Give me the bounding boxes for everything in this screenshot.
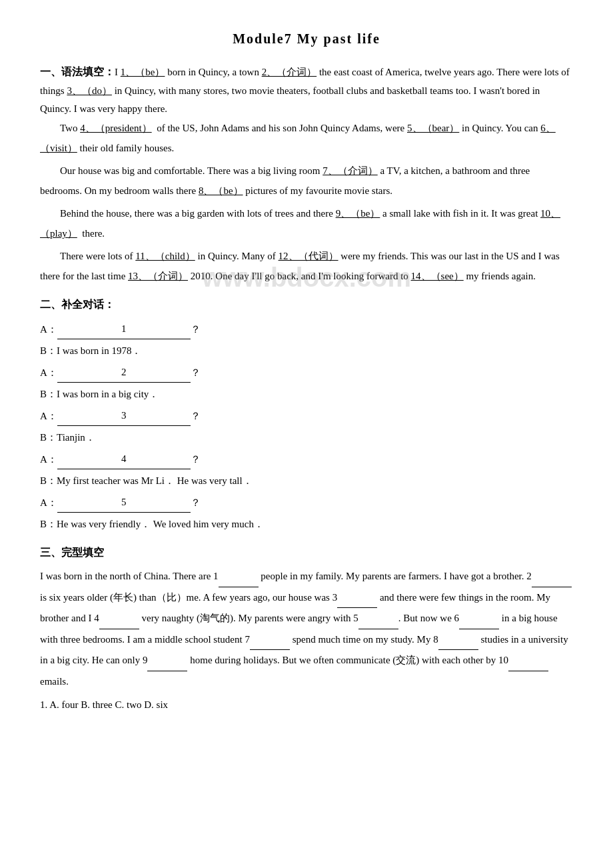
dialog-blank-2: 2 (57, 362, 191, 383)
dialog-a3: A： 3 ？ (40, 405, 573, 426)
blank-8: 8、（be） (199, 185, 243, 196)
dialog-blank-3: 3 (57, 405, 191, 426)
section2-label: 二、补全对话： (40, 295, 573, 315)
section3-paragraph: I was born in the north of China. There … (40, 566, 573, 692)
section1: 一、语法填空：I 1、（be） born in Quincy, a town 2… (40, 63, 573, 286)
blank-2: 2、（介词） (262, 67, 317, 77)
blank-10: 10、（play） (40, 208, 560, 239)
section1-label: 一、语法填空： (40, 66, 115, 77)
section1-intro: I 1、（be） born in Quincy, a town 2、（介词） t… (40, 67, 570, 114)
cloze-blank-4 (99, 629, 139, 629)
dialog-b1: B：I was born in 1978． (40, 341, 573, 361)
paragraph-5: There were lots of 11、（child） in Quincy.… (40, 246, 573, 286)
dialog-b5: B：He was very friendly． We loved him ver… (40, 514, 573, 534)
cloze-blank-10 (508, 671, 548, 671)
cloze-blank-1 (219, 587, 259, 587)
cloze-blank-3 (337, 607, 377, 608)
dialog-blank-1: 1 (57, 319, 191, 339)
paragraph-3: Our house was big and comfortable. There… (40, 161, 573, 201)
blank-13: 13、（介词） (128, 271, 188, 281)
cloze-blank-2 (532, 587, 572, 587)
paragraph-4: Behind the house, there was a big garden… (40, 203, 573, 243)
dialog-b2: B：I was born in a big city． (40, 384, 573, 404)
section2: 二、补全对话： A： 1 ？ B：I was born in 1978． A： … (40, 295, 573, 534)
dialog-a5: A： 5 ？ (40, 492, 573, 513)
dialog-blank-4: 4 (57, 449, 191, 469)
blank-1: 1、（be） (121, 67, 165, 77)
dialog-a4: A： 4 ？ (40, 449, 573, 469)
dialog-blank-5: 5 (57, 492, 191, 513)
dialog-b3: B：Tianjin． (40, 427, 573, 447)
page-title: Module7 My past life (40, 27, 573, 51)
answers-row-1: 1. A. four B. three C. two D. six (40, 695, 573, 715)
dialog-a1: A： 1 ？ (40, 319, 573, 339)
blank-9: 9、（be） (336, 208, 380, 219)
dialog-a2: A： 2 ？ (40, 362, 573, 383)
blank-5: 5、（bear） (407, 123, 459, 133)
blank-12: 12、（代词） (279, 251, 338, 261)
cloze-blank-5 (358, 629, 398, 629)
blank-14: 14、（see） (411, 271, 464, 281)
cloze-blank-7 (250, 649, 290, 650)
page-content: www.bdocx.com Module7 My past life 一、语法填… (40, 27, 573, 715)
cloze-blank-6 (459, 629, 499, 629)
cloze-blank-9 (147, 671, 187, 671)
dialog-b4: B：My first teacher was Mr Li． He was ver… (40, 471, 573, 491)
section3-label: 三、完型填空 (40, 543, 573, 563)
blank-3: 3、（do） (67, 85, 112, 96)
section3: 三、完型填空 I was born in the north of China.… (40, 543, 573, 715)
blank-11: 11、（child） (135, 251, 195, 261)
blank-7: 7、（介词） (322, 165, 378, 176)
blank-4: 4、（president） (80, 123, 151, 133)
cloze-blank-8 (438, 649, 478, 650)
paragraph-2: Two 4、（president） of the US, John Adams … (40, 118, 573, 158)
